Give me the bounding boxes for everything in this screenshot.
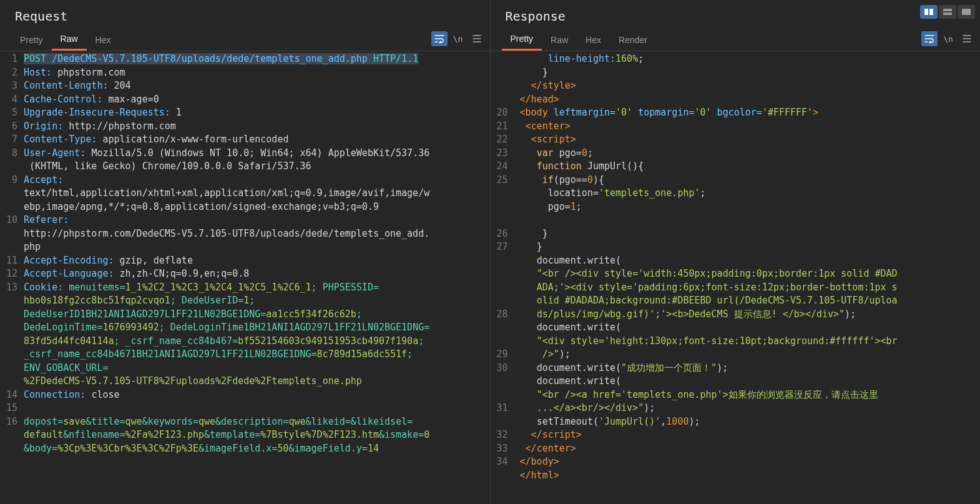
tab-raw[interactable]: Raw bbox=[52, 29, 87, 51]
response-code[interactable]: line-height:160%; } </style> </head> <bo… bbox=[513, 51, 981, 504]
request-gutter: 12345678 9 10 111213 141516 bbox=[0, 51, 22, 504]
request-editor[interactable]: 12345678 9 10 111213 141516 POST /DedeCM… bbox=[0, 51, 490, 504]
svg-rect-0 bbox=[924, 9, 928, 15]
wrap-icon[interactable] bbox=[921, 31, 938, 46]
tab-hex[interactable]: Hex bbox=[87, 30, 120, 50]
newline-icon[interactable]: \n bbox=[450, 31, 466, 46]
tab-pretty[interactable]: Pretty bbox=[502, 29, 542, 51]
response-editor[interactable]: 202122232425 2627 28 2930 31 323334 line… bbox=[491, 51, 981, 504]
svg-rect-2 bbox=[943, 9, 952, 11]
menu-icon[interactable] bbox=[469, 31, 485, 46]
request-tab-row: Pretty Raw Hex \n bbox=[0, 29, 490, 51]
response-gutter: 202122232425 2627 28 2930 31 323334 bbox=[491, 51, 513, 504]
wrap-icon[interactable] bbox=[431, 31, 448, 46]
tab-pretty[interactable]: Pretty bbox=[11, 30, 52, 50]
menu-icon[interactable] bbox=[959, 31, 975, 46]
svg-rect-3 bbox=[943, 12, 952, 15]
svg-rect-4 bbox=[962, 9, 971, 15]
response-title: Response bbox=[491, 0, 981, 29]
response-tab-row: Pretty Raw Hex Render \n bbox=[491, 29, 981, 51]
request-code[interactable]: POST /DedeCMS-V5.7.105-UTF8/uploads/dede… bbox=[22, 51, 490, 504]
layout-rows-icon[interactable] bbox=[939, 5, 956, 19]
newline-icon[interactable]: \n bbox=[940, 31, 956, 46]
layout-tools bbox=[920, 5, 975, 19]
request-panel: Request Pretty Raw Hex \n 12345678 9 10 … bbox=[0, 0, 491, 504]
request-title: Request bbox=[0, 0, 490, 29]
layout-single-icon[interactable] bbox=[958, 5, 975, 19]
tab-hex[interactable]: Hex bbox=[577, 30, 610, 50]
response-panel: Response Pretty Raw Hex Render \n 202122… bbox=[491, 0, 981, 504]
tab-raw[interactable]: Raw bbox=[542, 30, 577, 50]
svg-rect-1 bbox=[929, 9, 933, 15]
layout-columns-icon[interactable] bbox=[920, 5, 938, 19]
tab-render[interactable]: Render bbox=[610, 30, 656, 50]
